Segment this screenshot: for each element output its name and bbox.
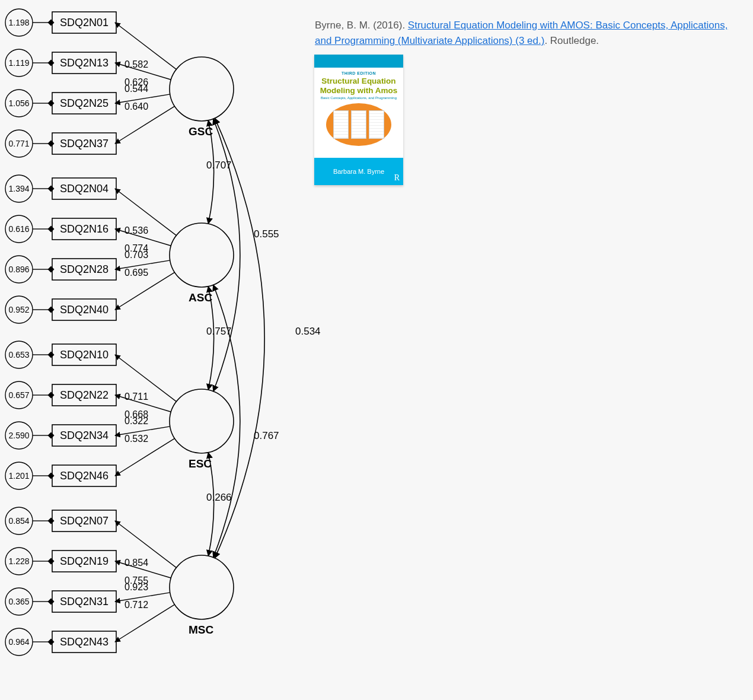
latent-gsc: [170, 57, 234, 121]
indicator-label: SDQ2N37: [60, 138, 109, 149]
loading-value: 0.711: [125, 392, 148, 402]
indicator-label: SDQ2N04: [60, 183, 109, 195]
loading-value: 0.695: [125, 268, 148, 278]
error-value: 0.653: [8, 350, 29, 359]
error-value: 0.964: [8, 637, 29, 647]
error-value: 1.201: [8, 471, 29, 481]
error-value: 1.228: [8, 556, 29, 566]
loading-path: [115, 106, 174, 144]
book-author: Barbara M. Byrne: [333, 168, 384, 175]
indicator-label: SDQ2N28: [60, 263, 109, 275]
book-illustration: [326, 103, 391, 146]
error-value: 1.119: [8, 58, 29, 68]
book-middle: THIRD EDITION Structural Equation Modeli…: [314, 68, 403, 158]
loading-value: 0.322: [125, 416, 148, 426]
citation-author: Byrne, B. M. (2016).: [315, 20, 408, 31]
error-value: 0.616: [8, 224, 29, 234]
indicator-label: SDQ2N43: [60, 636, 109, 648]
indicator-label: SDQ2N22: [60, 389, 109, 401]
latent-asc: [170, 223, 234, 287]
indicator-label: SDQ2N25: [60, 97, 109, 109]
latent-label-msc: MSC: [189, 623, 214, 636]
error-value: 1.394: [8, 184, 29, 193]
book-topbar: [314, 55, 403, 68]
book-edition: THIRD EDITION: [318, 71, 400, 75]
book-bottom: Barbara M. Byrne R: [314, 158, 403, 185]
loading-value: 0.854: [125, 558, 148, 568]
citation-text: Byrne, B. M. (2016). Structural Equation…: [315, 18, 742, 49]
indicator-label: SDQ2N13: [60, 57, 109, 69]
loading-value: 0.640: [125, 101, 148, 112]
error-value: 1.056: [8, 98, 29, 108]
latent-esc: [170, 389, 234, 453]
indicator-label: SDQ2N16: [60, 223, 109, 235]
indicator-label: SDQ2N46: [60, 470, 109, 482]
book-subtitle: Basic Concepts, Applications, and Progra…: [318, 96, 400, 100]
indicator-label: SDQ2N07: [60, 515, 109, 527]
book-publisher-mark: R: [394, 173, 400, 183]
loading-path: [115, 438, 174, 476]
loading-value: 0.532: [125, 434, 148, 444]
loading-value: 0.703: [125, 250, 148, 260]
indicator-label: SDQ2N34: [60, 429, 109, 441]
error-value: 0.365: [8, 597, 29, 606]
latent-label-esc: ESC: [189, 457, 212, 470]
indicator-label: SDQ2N01: [60, 17, 109, 28]
error-value: 0.657: [8, 390, 29, 400]
indicator-label: SDQ2N10: [60, 349, 109, 361]
loading-path: [115, 604, 174, 642]
citation-trailing: . Routledge.: [544, 35, 599, 46]
covariance-value: 0.555: [254, 228, 279, 240]
indicator-label: SDQ2N31: [60, 596, 109, 607]
loading-value: 0.544: [125, 84, 148, 94]
error-value: 0.952: [8, 305, 29, 314]
latent-msc: [170, 555, 234, 619]
book-cover[interactable]: THIRD EDITION Structural Equation Modeli…: [314, 55, 403, 185]
covariance-value: 0.534: [295, 326, 321, 337]
book-title: Structural Equation Modeling with Amos: [318, 77, 400, 95]
loading-value: 0.923: [125, 582, 148, 592]
error-value: 0.771: [8, 139, 29, 148]
loading-value: 0.712: [125, 600, 148, 610]
indicator-label: SDQ2N40: [60, 304, 109, 316]
indicator-label: SDQ2N19: [60, 555, 109, 567]
covariance-value: 0.266: [206, 492, 232, 503]
error-value: 0.854: [8, 516, 29, 526]
loading-value: 0.582: [125, 59, 148, 69]
loading-value: 0.536: [125, 225, 148, 236]
latent-label-asc: ASC: [189, 291, 212, 304]
error-value: 0.896: [8, 265, 29, 274]
error-value: 2.590: [8, 431, 29, 440]
error-value: 1.198: [8, 18, 29, 27]
loading-path: [115, 272, 174, 310]
covariance-value: 0.767: [254, 430, 279, 441]
